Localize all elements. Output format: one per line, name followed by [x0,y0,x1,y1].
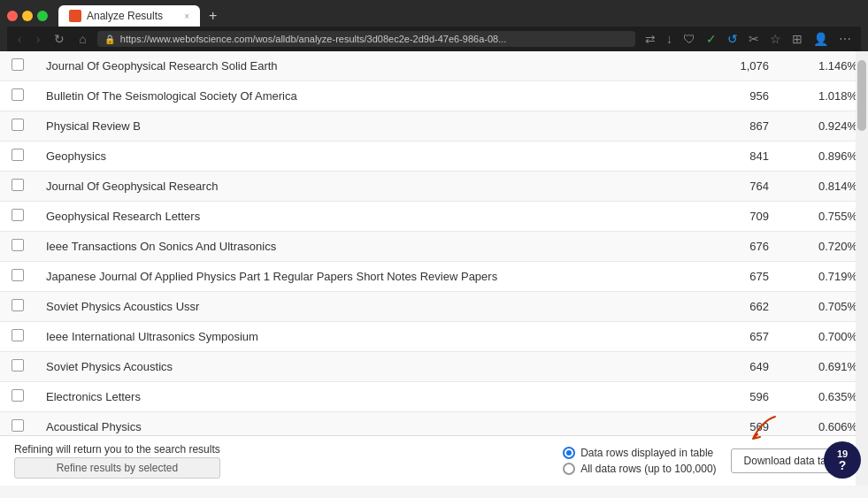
row-checkbox[interactable] [12,329,24,341]
footer-bar: Refining will return you to the search r… [0,435,868,486]
row-checkbox-cell [0,81,35,111]
radio-displayed-rows[interactable]: Data rows displayed in table [563,447,716,459]
row-checkbox[interactable] [12,88,24,101]
shield-icon[interactable]: 🛡 [680,30,698,48]
table-row: Physical Review B8670.924% [0,111,868,142]
row-checkbox-cell [0,111,35,142]
table-row: Bulletin Of The Seismological Society Of… [0,81,868,111]
sync-icon[interactable]: ↺ [725,30,741,48]
back-button[interactable]: ‹ [14,30,26,48]
row-journal-name: Electronics Letters [35,382,691,412]
download-icon[interactable]: ↓ [664,30,675,48]
row-percentage: 0.635% [780,382,868,412]
maximize-traffic-light[interactable] [37,11,48,21]
row-checkbox[interactable] [12,269,24,281]
row-journal-name: Ieee Transactions On Sonics And Ultrason… [35,232,691,262]
new-tab-button[interactable]: + [204,8,222,24]
profile-icon[interactable]: 👤 [810,30,831,48]
address-bar: ‹ › ↻ ⌂ 🔒 https://www.webofscience.com/w… [7,27,861,51]
refine-button[interactable]: Refine results by selected [14,457,220,479]
row-checkbox-cell [0,202,35,232]
row-checkbox-cell [0,292,35,322]
row-percentage: 0.719% [780,262,868,292]
row-checkbox[interactable] [12,119,24,131]
row-count[interactable]: 596 [691,382,780,412]
help-bubble[interactable]: 19 ? [824,441,861,479]
close-traffic-light[interactable] [7,11,18,21]
row-count[interactable]: 956 [691,81,780,111]
row-journal-name: Soviet Physics Acoustics Ussr [35,292,691,322]
table-row: Ieee International Ultrasonics Symposium… [0,322,868,352]
row-count[interactable]: 1,076 [691,51,780,81]
row-checkbox[interactable] [12,419,24,432]
scrollbar-thumb[interactable] [857,60,866,131]
row-count[interactable]: 676 [691,232,780,262]
row-checkbox[interactable] [12,149,24,161]
row-journal-name: Journal Of Geophysical Research Solid Ea… [35,51,691,81]
extensions-icon[interactable]: ⊞ [789,30,805,48]
row-count[interactable]: 657 [691,322,780,352]
check-icon[interactable]: ✓ [703,30,719,48]
traffic-lights [7,11,48,21]
row-percentage: 0.720% [780,232,868,262]
row-journal-name: Journal Of Geophysical Research [35,172,691,202]
table-row: Ieee Transactions On Sonics And Ultrason… [0,232,868,262]
row-checkbox-cell [0,51,35,81]
radio-all-rows[interactable]: All data rows (up to 100,000) [563,463,716,475]
table-row: Geophysical Research Letters7090.755% [0,202,868,232]
radio-displayed-indicator [563,447,575,459]
row-count[interactable]: 675 [691,262,780,292]
row-percentage: 0.705% [780,292,868,322]
table-row: Soviet Physics Acoustics Ussr6620.705% [0,292,868,322]
radio-all-indicator [563,463,575,475]
row-journal-name: Geophysical Research Letters [35,202,691,232]
table-row: Geophysics8410.896% [0,142,868,172]
row-checkbox-cell [0,382,35,412]
row-percentage: 0.924% [780,111,868,142]
row-checkbox[interactable] [12,299,24,311]
row-count[interactable]: 764 [691,172,780,202]
row-checkbox-cell [0,352,35,382]
row-checkbox-cell [0,172,35,202]
row-checkbox[interactable] [12,209,24,221]
row-count[interactable]: 662 [691,292,780,322]
table-row: Soviet Physics Acoustics6490.691% [0,352,868,382]
row-journal-name: Physical Review B [35,111,691,142]
row-count[interactable]: 709 [691,202,780,232]
url-text: https://www.webofscience.com/wos/alldb/a… [120,34,507,44]
row-count[interactable]: 841 [691,142,780,172]
page-content: Journal Of Geophysical Research Solid Ea… [0,51,868,486]
url-bar[interactable]: 🔒 https://www.webofscience.com/wos/alldb… [97,31,635,47]
row-journal-name: Bulletin Of The Seismological Society Of… [35,81,691,111]
refine-text: Refining will return you to the search r… [14,443,220,456]
table-row: Journal Of Geophysical Research Solid Ea… [0,51,868,81]
row-checkbox-cell [0,262,35,292]
lock-icon: 🔒 [104,34,115,44]
row-percentage: 1.146% [780,51,868,81]
results-table: Journal Of Geophysical Research Solid Ea… [0,51,868,442]
forward-button[interactable]: › [33,30,44,48]
cut-icon[interactable]: ✂ [746,30,762,48]
tab-favicon [69,10,81,22]
row-count[interactable]: 867 [691,111,780,142]
row-checkbox[interactable] [12,359,24,372]
scrollbar[interactable] [856,51,868,486]
tab-close-button[interactable]: × [184,11,189,21]
bookmark-icon[interactable]: ☆ [767,30,784,48]
row-checkbox[interactable] [12,58,24,71]
row-journal-name: Geophysics [35,142,691,172]
row-journal-name: Japanese Journal Of Applied Physics Part… [35,262,691,292]
row-count[interactable]: 649 [691,352,780,382]
home-button[interactable]: ⌂ [75,30,89,48]
minimize-traffic-light[interactable] [22,11,33,21]
share-icon[interactable]: ⇄ [642,30,658,48]
row-percentage: 0.691% [780,352,868,382]
help-icon: ? [839,459,847,471]
row-checkbox[interactable] [12,179,24,191]
menu-icon[interactable]: ⋯ [836,30,854,48]
row-percentage: 0.755% [780,202,868,232]
active-tab[interactable]: Analyze Results × [58,5,200,27]
refresh-button[interactable]: ↻ [50,30,68,48]
row-checkbox[interactable] [12,389,24,402]
row-checkbox[interactable] [12,239,24,251]
